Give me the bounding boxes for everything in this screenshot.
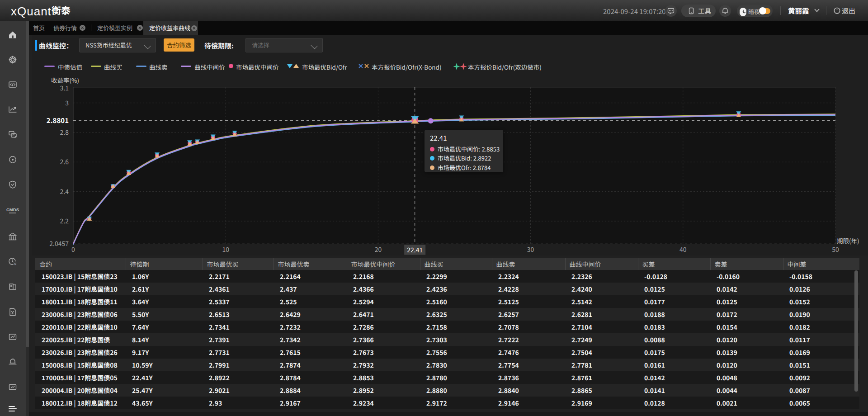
svg-text:50: 50 [832, 245, 839, 254]
svg-text:期限(年): 期限(年) [837, 236, 859, 245]
svg-text:3: 3 [65, 98, 69, 107]
svg-text:CMDS: CMDS [6, 207, 19, 212]
svg-text:0: 0 [71, 245, 75, 254]
svg-text:22.41: 22.41 [407, 245, 423, 254]
svg-text:40: 40 [679, 245, 687, 254]
svg-text:2.2: 2.2 [60, 216, 69, 225]
svg-text:2.6: 2.6 [60, 157, 69, 166]
svg-text:20: 20 [375, 245, 382, 254]
svg-text:2.4: 2.4 [60, 187, 69, 196]
svg-text:30: 30 [527, 245, 534, 254]
svg-text:2.8801: 2.8801 [47, 115, 69, 125]
svg-text:$: $ [14, 262, 16, 266]
svg-text:10: 10 [222, 245, 229, 254]
svg-text:2.0457: 2.0457 [49, 239, 69, 248]
svg-text:3.1: 3.1 [60, 83, 69, 92]
svg-text:2.8: 2.8 [60, 128, 69, 137]
